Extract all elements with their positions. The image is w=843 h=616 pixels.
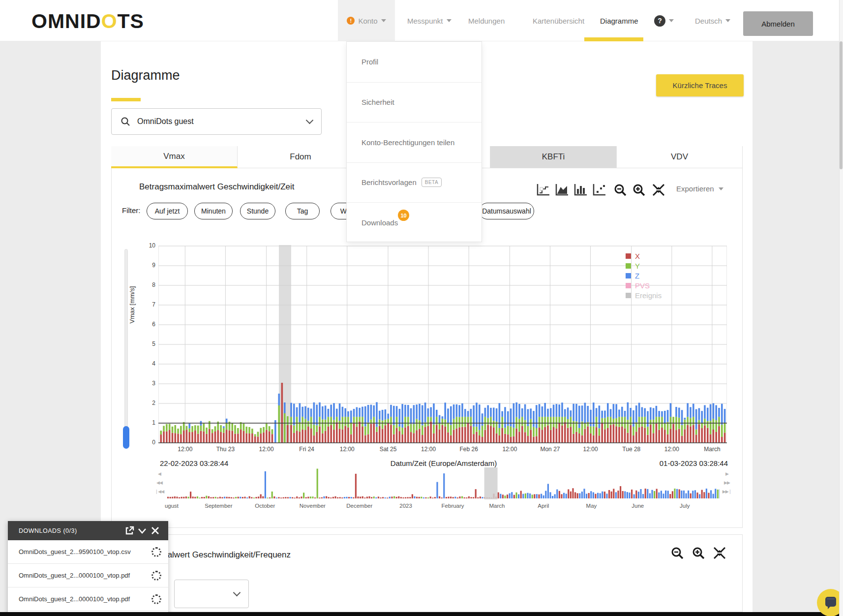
chevron-down-icon bbox=[725, 19, 730, 22]
x-tick-label: 12:00 bbox=[664, 446, 679, 453]
nav-item-kartenuebersicht[interactable]: Kartenübersicht bbox=[533, 0, 584, 41]
legend-label: Z bbox=[635, 272, 639, 280]
tab-fdom[interactable]: Fdom bbox=[238, 146, 364, 168]
legend-label: Y bbox=[635, 262, 640, 270]
legend-item-ereignis[interactable]: Ereignis bbox=[626, 290, 662, 300]
x-tick-label: 12:00 bbox=[502, 446, 517, 453]
y-zoom-slider-handle[interactable] bbox=[123, 426, 129, 449]
tab-vdv[interactable]: VDV bbox=[617, 146, 743, 168]
menu-item-sicherheit[interactable]: Sicherheit bbox=[347, 82, 482, 123]
omnidots-logo[interactable]: OMNIDOTS bbox=[31, 10, 144, 33]
filter-stunde[interactable]: Stunde bbox=[240, 203, 275, 219]
area-chart-icon[interactable] bbox=[554, 183, 569, 197]
tab-kbfti[interactable]: KBFTi bbox=[490, 146, 617, 168]
recent-traces-button[interactable]: Kürzliche Traces bbox=[656, 74, 744, 96]
chart-legend: XYZPVSEreignis bbox=[626, 251, 662, 300]
scrollbar-thumb[interactable] bbox=[840, 41, 843, 169]
reset-zoom-icon[interactable] bbox=[712, 546, 727, 560]
nav-item-diagramme[interactable]: Diagramme bbox=[600, 0, 638, 41]
measurepoint-select[interactable]: OmniDots guest bbox=[111, 108, 322, 135]
y-tick-label: 3 bbox=[142, 380, 155, 387]
x-tick-label: Sat 25 bbox=[380, 446, 397, 453]
minimap-month-label: June bbox=[632, 503, 644, 509]
range-end-label: 01-03-2023 03:28:44 bbox=[590, 459, 728, 467]
minimap-pan-left-controls[interactable]: ◀◀◀❘◀◀ bbox=[153, 469, 165, 496]
collapse-panel-icon[interactable] bbox=[136, 526, 149, 536]
y-zoom-slider-track[interactable] bbox=[124, 249, 128, 449]
downloads-panel-title: DOWNLOADS (0/3) bbox=[19, 527, 123, 534]
x-tick-label: 12:00 bbox=[259, 446, 274, 453]
x-tick-label: Mon 27 bbox=[540, 446, 560, 453]
nav-konto-label: Konto bbox=[358, 17, 377, 25]
chevron-down-icon bbox=[233, 588, 241, 596]
x-tick-label: 12:00 bbox=[340, 446, 355, 453]
download-row[interactable]: OmniDots_guest_2...9590100_vtop.csv bbox=[8, 540, 168, 564]
minimap-month-label: ugust bbox=[165, 503, 179, 509]
download-row[interactable]: OmniDots_guest_2...0000100_vtop.pdf bbox=[8, 587, 168, 611]
x-tick-label: Tue 28 bbox=[622, 446, 640, 453]
zoom-in-icon[interactable] bbox=[632, 183, 646, 197]
nav-item-meldungen[interactable]: Meldungen bbox=[468, 0, 505, 41]
bottom-edge-bar bbox=[0, 612, 843, 616]
close-panel-icon[interactable] bbox=[149, 526, 161, 536]
legend-item-x[interactable]: X bbox=[626, 251, 662, 261]
chevron-down-icon bbox=[306, 116, 314, 124]
minimap-month-label: November bbox=[300, 503, 326, 509]
x-tick-label: Fri 24 bbox=[299, 446, 314, 453]
menu-item-profil[interactable]: Profil bbox=[347, 42, 482, 82]
x-tick-label: Feb 26 bbox=[459, 446, 478, 453]
minimap-month-label: December bbox=[346, 503, 372, 509]
frequency-select[interactable] bbox=[174, 580, 249, 608]
step-chart-icon[interactable] bbox=[536, 183, 550, 197]
legend-item-y[interactable]: Y bbox=[626, 261, 662, 271]
legend-label: X bbox=[635, 252, 640, 260]
y-tick-label: 5 bbox=[142, 340, 155, 347]
y-tick-label: 6 bbox=[142, 321, 155, 328]
filter-auf-jetzt[interactable]: Auf jetzt bbox=[147, 203, 188, 219]
menu-item-downloads[interactable]: Downloads 10 bbox=[347, 202, 482, 243]
legend-item-pvs[interactable]: PVS bbox=[626, 280, 662, 290]
y-axis-title: Vmax [mm/s] bbox=[128, 314, 136, 324]
nav-item-help[interactable]: ? bbox=[654, 0, 674, 41]
filter-tag[interactable]: Tag bbox=[285, 203, 320, 219]
downloads-count-badge: 10 bbox=[398, 210, 409, 221]
page-title: Diagramme bbox=[111, 68, 180, 83]
download-filename: OmniDots_guest_2...0000100_vtop.pdf bbox=[19, 572, 151, 579]
zoom-out-icon[interactable] bbox=[670, 546, 685, 560]
menu-item-berichtsvorlagen[interactable]: Berichtsvorlagen BETA bbox=[347, 162, 482, 203]
legend-item-z[interactable]: Z bbox=[626, 271, 662, 280]
nav-item-messpunkt[interactable]: Messpunkt bbox=[407, 0, 452, 41]
open-downloads-page-icon[interactable] bbox=[123, 526, 136, 536]
minimap-month-label: September bbox=[205, 503, 232, 509]
minimap-month-label: July bbox=[680, 503, 690, 509]
download-row[interactable]: OmniDots_guest_2...0000100_vtop.pdf bbox=[8, 564, 168, 587]
nav-item-konto[interactable]: ! Konto bbox=[338, 0, 395, 41]
help-icon: ? bbox=[654, 15, 665, 27]
nav-item-language[interactable]: Deutsch bbox=[695, 0, 730, 41]
filter-label: Filter: bbox=[122, 206, 141, 215]
zoom-out-icon[interactable] bbox=[613, 183, 628, 197]
export-dropdown[interactable]: Exportieren bbox=[676, 185, 723, 193]
zoom-in-icon[interactable] bbox=[691, 546, 706, 560]
downloads-panel: DOWNLOADS (0/3) OmniDots_guest_2...95901… bbox=[8, 521, 168, 616]
scatter-chart-icon[interactable] bbox=[592, 183, 606, 197]
downloads-panel-header: DOWNLOADS (0/3) bbox=[8, 521, 168, 540]
tab-vmax[interactable]: Vmax bbox=[111, 146, 238, 168]
overview-minimap[interactable] bbox=[167, 467, 720, 499]
legend-swatch bbox=[626, 283, 631, 288]
y-tick-label: 10 bbox=[142, 242, 155, 249]
frequency-toolbar bbox=[670, 546, 727, 560]
minimap-month-label: October bbox=[255, 503, 275, 509]
minimap-month-label: 2023 bbox=[399, 503, 412, 509]
reset-zoom-icon[interactable] bbox=[651, 183, 666, 197]
filter-minuten[interactable]: Minuten bbox=[194, 203, 233, 219]
active-nav-underline bbox=[584, 37, 643, 41]
bar-chart-icon[interactable] bbox=[573, 183, 588, 197]
logout-button[interactable]: Abmelden bbox=[743, 11, 813, 36]
legend-swatch bbox=[626, 253, 631, 259]
minimap-pan-right-controls[interactable]: ▶▶▶▶▶❘ bbox=[721, 469, 733, 496]
legend-swatch bbox=[626, 273, 631, 278]
filter-datumsauswahl[interactable]: Datumsauswahl bbox=[479, 203, 534, 219]
menu-item-konto-berechtigungen[interactable]: Konto-Berechtigungen teilen bbox=[347, 122, 482, 162]
minimap-month-label: May bbox=[586, 503, 597, 509]
